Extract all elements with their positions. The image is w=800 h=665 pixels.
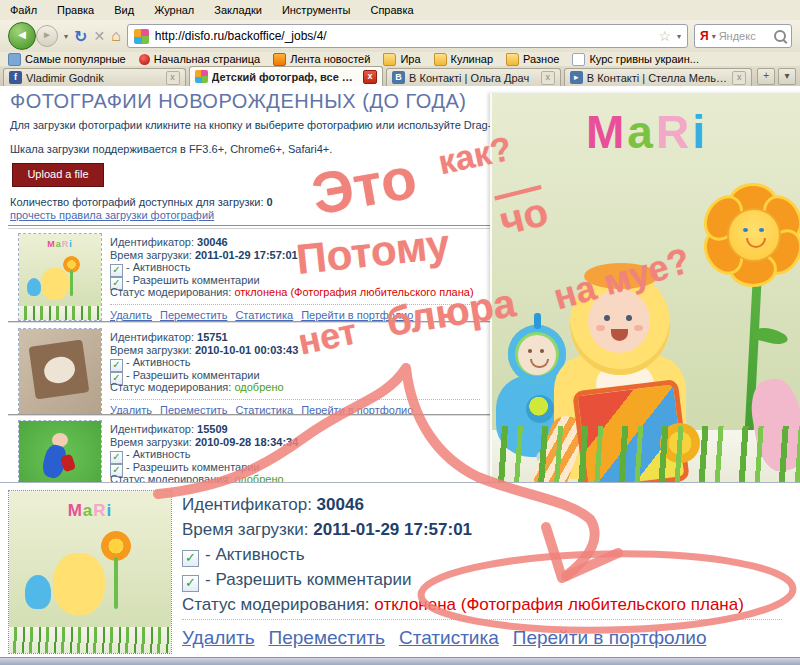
entry-actions: УдалитьПереместитьСтатистикаПерейти в по…	[110, 309, 480, 321]
back-button[interactable]: ◄	[8, 22, 36, 50]
page-icon	[572, 53, 585, 66]
id-row: Идентификатор: 15751	[110, 331, 480, 344]
bookmark-most-visited[interactable]: Самые популярные	[8, 53, 126, 66]
delete-link[interactable]: Удалить	[110, 309, 152, 321]
tab-vkontakte-olga[interactable]: B В Контакті | Ольга Драч x	[386, 68, 561, 86]
menu-help[interactable]: Справка	[370, 4, 413, 16]
tab-vkontakte-stella[interactable]: ▸ В Контакті | Стелла Мельниченко x	[564, 68, 753, 86]
active-row: ✓- Активность	[110, 261, 480, 274]
tab-label: Vladimir Godnik	[26, 72, 162, 84]
search-placeholder[interactable]: Яндекс	[719, 30, 771, 42]
menu-view[interactable]: Вид	[114, 4, 134, 16]
mari-logo: MaRi	[19, 239, 101, 249]
close-tab-icon[interactable]: x	[732, 71, 746, 85]
doll-badge	[526, 395, 554, 423]
upload-time: 2011-01-29 17:57:01	[195, 249, 298, 261]
move-link[interactable]: Переместить	[160, 309, 227, 321]
tab-vladimir-godnik[interactable]: f Vladimir Godnik x	[3, 68, 186, 86]
engine-dropdown-icon[interactable]: ▾	[712, 32, 716, 41]
photo-thumbnail[interactable]: MaRi	[18, 233, 102, 321]
upload-rules-link[interactable]: прочесть правила загрузки фотографий	[10, 209, 214, 221]
search-box[interactable]: Я ▾ Яндекс	[694, 24, 792, 48]
grass-illustration	[9, 627, 171, 653]
quota-value: 0	[267, 196, 273, 208]
portfolio-link[interactable]: Перейти в портфолио	[513, 627, 707, 648]
bookmark-currency-rate[interactable]: Курс гривны украин...	[572, 53, 699, 66]
menu-bookmarks[interactable]: Закладки	[214, 4, 262, 16]
menu-tools[interactable]: Инструменты	[282, 4, 351, 16]
large-thumbnail[interactable]: MaRi	[8, 490, 172, 654]
forward-button[interactable]: ►	[36, 25, 58, 47]
site-logo-icon	[195, 70, 208, 83]
comments-checkbox[interactable]: ✓	[182, 575, 199, 592]
bookmark-label: Лента новостей	[290, 53, 370, 65]
close-tab-icon[interactable]: x	[166, 71, 180, 85]
bookmark-home-page[interactable]: Начальная страница	[139, 53, 260, 65]
tab-label: Детский фотограф, все лучши...	[212, 71, 359, 83]
url-text[interactable]: http://disfo.ru/backoffice/_jobs/4/	[155, 29, 653, 43]
bookmark-folder-ira[interactable]: Ира	[383, 53, 420, 66]
stop-icon[interactable]: ✕	[93, 28, 105, 44]
search-icon[interactable]	[774, 30, 786, 42]
menu-edit[interactable]: Правка	[57, 4, 94, 16]
bookmark-label: Кулинар	[451, 53, 494, 65]
id-row: Идентификатор: 30046	[110, 236, 480, 249]
baby-in-case-thumbnail	[19, 329, 101, 415]
bookmark-dropdown-icon[interactable]: ▾	[677, 32, 681, 41]
close-tab-icon[interactable]: x	[541, 71, 555, 85]
active-checkbox[interactable]: ✓	[182, 550, 199, 567]
portfolio-link[interactable]: Перейти в портфолио	[301, 309, 413, 321]
baby-eye	[626, 315, 632, 321]
reload-icon[interactable]: ↻	[74, 27, 87, 46]
comments-row: ✓- Разрешить комментарии	[110, 369, 480, 382]
new-tab-button[interactable]: +	[757, 68, 775, 85]
photo-fields: Идентификатор: 30046 Время загрузки: 201…	[110, 236, 480, 321]
upload-time: 2010-10-01 00:03:43	[195, 344, 298, 356]
bookmarks-bar: Самые популярные Начальная страница Лент…	[0, 52, 800, 66]
photo-id: 15751	[197, 331, 228, 343]
photo-id: 30046	[197, 236, 228, 248]
stats-link[interactable]: Статистика	[399, 627, 499, 648]
home-icon[interactable]: ⌂	[111, 27, 121, 45]
bookmark-folder-kulinar[interactable]: Кулинар	[434, 53, 494, 66]
bottom-edge-strip	[0, 657, 800, 665]
stem-illustration	[70, 270, 73, 296]
yandex-engine-icon[interactable]: Я	[700, 29, 709, 43]
photo-id: 30046	[317, 495, 364, 514]
baby-mouth	[611, 329, 628, 341]
rss-icon	[273, 53, 286, 66]
stats-link[interactable]: Статистика	[235, 309, 293, 321]
doll-mouth	[530, 359, 549, 368]
upload-file-button[interactable]: Upload a file	[12, 163, 104, 187]
photo-id: 15509	[197, 423, 228, 435]
home-page-icon	[139, 54, 150, 65]
orange-cap-brim	[584, 263, 658, 289]
status-row: Статус модерирования: одобрено	[110, 381, 480, 394]
history-dropdown-icon[interactable]: ▾	[64, 32, 68, 41]
bookmark-folder-raznoe[interactable]: Разное	[506, 53, 559, 66]
tab-detskiy-fotograf[interactable]: Детский фотограф, все лучши... x	[189, 66, 383, 86]
detail-actions: УдалитьПереместитьСтатистикаПерейти в по…	[182, 627, 720, 649]
dotted-divider	[110, 304, 480, 305]
status-value: одобрено	[234, 381, 283, 393]
vkontakte-icon: ▸	[570, 71, 583, 84]
bookmark-label: Курс гривны украин...	[589, 53, 699, 65]
delete-link[interactable]: Удалить	[182, 627, 255, 648]
menu-history[interactable]: Журнал	[154, 4, 194, 16]
status-value: отклонена (Фотография любительского план…	[234, 286, 473, 298]
dotted-divider	[110, 399, 480, 400]
facebook-icon: f	[9, 71, 22, 84]
upload-time: 2011-01-29 17:57:01	[313, 520, 472, 539]
baby-face	[588, 289, 650, 353]
close-tab-icon[interactable]: x	[363, 70, 377, 84]
photo-thumbnail[interactable]	[18, 328, 102, 416]
doll-antenna	[534, 313, 541, 329]
mari-logo: MaRi	[9, 501, 171, 521]
tab-list-button[interactable]: ▾	[778, 68, 796, 85]
address-bar[interactable]: http://disfo.ru/backoffice/_jobs/4/ ☆ ▾	[127, 24, 688, 48]
bookmark-news-feed[interactable]: Лента новостей	[273, 53, 370, 66]
doll-eye	[540, 349, 544, 353]
menu-file[interactable]: Файл	[10, 4, 37, 16]
move-link[interactable]: Переместить	[269, 627, 385, 648]
bookmark-star-icon[interactable]: ☆	[658, 28, 671, 44]
